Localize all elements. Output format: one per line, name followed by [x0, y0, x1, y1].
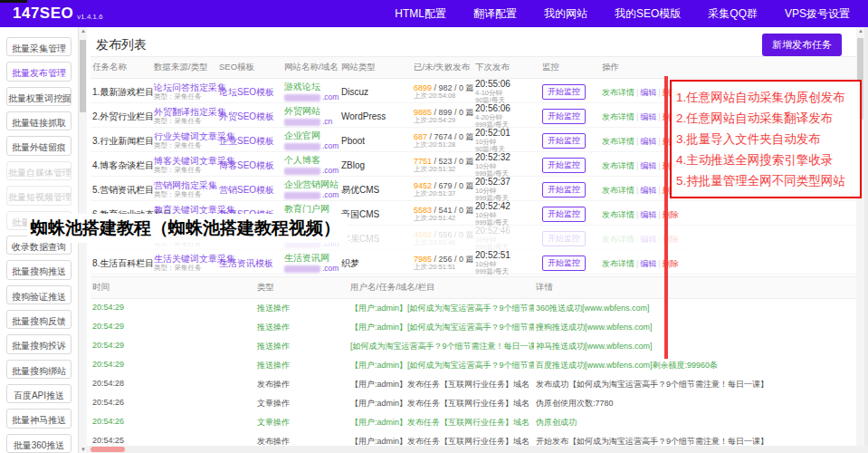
log-content: 【用户:admin】发布任务【互联网行业任务】域名【.com】栏目【互联网引流】 — [348, 379, 534, 390]
start-monitor-button[interactable]: 开始监控 — [542, 255, 586, 270]
main-scroll-up-icon[interactable]: ▲ — [856, 28, 865, 34]
template-link[interactable]: 生活资讯模板 — [219, 258, 281, 269]
red-annotation-bar — [664, 76, 668, 359]
publish-detail-link[interactable]: 发布详情 — [602, 112, 634, 121]
sidebar-item-搜狗验证推送[interactable]: 搜狗验证推送 — [6, 285, 72, 304]
sidebar-item-批量外链留痕[interactable]: 批量外链留痕 — [6, 136, 72, 155]
publish-detail-link[interactable]: 发布详情 — [602, 137, 634, 146]
sidebar-item-批量采集管理[interactable]: 批量采集管理 — [6, 37, 72, 56]
log-type: 推送操作 — [255, 303, 348, 314]
publish-detail-link[interactable]: 发布详情 — [602, 259, 634, 268]
pub-col-header-3: SEO模板 — [217, 62, 282, 73]
publish-detail-link[interactable]: 发布详情 — [602, 161, 634, 170]
action-separator: | — [636, 112, 638, 121]
action-separator: | — [636, 259, 638, 268]
start-monitor-button[interactable]: 开始监控 — [542, 158, 586, 172]
top-menu-item-3[interactable]: 我的网站 — [544, 6, 587, 22]
start-monitor-button[interactable]: 开始监控 — [542, 207, 586, 221]
template-link[interactable]: 企业SEO模板 — [219, 136, 281, 147]
sidebar-item-批量链接抓取[interactable]: 批量链接抓取 — [6, 111, 72, 130]
template-link[interactable]: 营销SEO模板 — [219, 185, 281, 196]
start-monitor-button[interactable]: 开始监控 — [542, 182, 586, 197]
actions-cell: 发布详情|编辑|删除 — [600, 136, 670, 147]
sidebar-scrollbar-thumb[interactable] — [80, 40, 86, 112]
action-separator: | — [658, 161, 660, 170]
log-row: 20:54:28发布操作【用户:admin】发布任务【互联网行业任务】域名【.c… — [91, 375, 856, 394]
publish-counts-cell: 7751 / 523 / 0 篇上次:20:51:32 — [412, 157, 473, 174]
edit-link[interactable]: 编辑 — [640, 186, 656, 195]
log-content: 【用户:admin】[如何成为淘宝运营高手？9个细节需注意！每日一课] — [348, 360, 534, 371]
log-time: 20:54:29 — [91, 303, 255, 314]
edit-link[interactable]: 编辑 — [640, 259, 656, 268]
log-col-header-3: 用户名/任务/域名/栏目 — [348, 282, 534, 294]
sidebar-item-批量发布管理[interactable]: 批量发布管理 — [6, 62, 72, 81]
sidebar-item-批量搜狗推送[interactable]: 批量搜狗推送 — [6, 260, 72, 279]
top-menu-item-4[interactable]: 我的SEO模版 — [615, 6, 681, 22]
sidebar-item-批量权重词挖掘[interactable]: 批量权重词挖掘 — [6, 87, 72, 106]
actions-cell: 发布详情|编辑|删除 — [600, 185, 670, 196]
edit-link[interactable]: 编辑 — [640, 137, 656, 146]
horizontal-scrollbar-thumb[interactable] — [91, 447, 125, 452]
edit-link[interactable]: 编辑 — [640, 112, 656, 121]
sidebar-item-批量360推送[interactable]: 批量360推送 — [6, 434, 72, 453]
log-type: 推送操作 — [255, 360, 348, 371]
template-cell: 博客SEO模板 — [217, 160, 282, 171]
sidebar-item-批量神马推送[interactable]: 批量神马推送 — [6, 409, 72, 428]
start-monitor-button[interactable]: 开始监控 — [542, 231, 586, 246]
edit-link[interactable]: 编辑 — [640, 161, 656, 170]
template-link[interactable]: 博客SEO模板 — [219, 160, 281, 171]
edit-link[interactable]: 编辑 — [640, 210, 656, 219]
log-detail: 搜狗推送成功[www.wbfens.com] — [534, 322, 856, 333]
monitor-cell: 开始监控 — [540, 84, 600, 99]
log-table-body: 20:54:29推送操作【用户:admin】[如何成为淘宝运营高手？9个细节需注… — [87, 299, 856, 451]
sidebar-item-百度API推送[interactable]: 百度API推送 — [6, 384, 72, 403]
log-content-text: 【用户:admin】[如何成为淘宝运营高手？9个细节需注意！每日一课] — [350, 304, 534, 313]
top-menu-item-5[interactable]: 采集QQ群 — [708, 6, 758, 22]
template-link[interactable]: 外贸SEO模板 — [219, 111, 281, 122]
log-table-header: 时间类型用户名/任务/域名/栏目详情 — [91, 276, 856, 299]
edit-link[interactable]: 编辑 — [640, 235, 656, 244]
site-domain: .com — [284, 165, 338, 176]
publish-detail-link[interactable]: 发布详情 — [602, 235, 634, 244]
edit-link[interactable]: 编辑 — [640, 88, 656, 97]
next-publish-cell: 20:52:5110分钟999篇/每天 — [473, 250, 540, 276]
domain-suffix: .com — [322, 264, 339, 273]
site-domain: .com — [284, 189, 338, 200]
actions-cell: 发布详情|编辑|删除 — [600, 111, 670, 122]
start-monitor-button[interactable]: 开始监控 — [542, 109, 586, 123]
site-cell: 外贸网站.cn — [282, 106, 339, 127]
new-publish-task-button[interactable]: 新增发布任务 — [762, 34, 842, 56]
horizontal-scrollbar[interactable] — [87, 446, 868, 453]
sidebar-item-批量搜狗投诉[interactable]: 批量搜狗投诉 — [6, 334, 72, 353]
log-content: 【用户:admin】发布任务【互联网行业任务】域名【.com】栏目【互联网引流】 — [348, 417, 534, 429]
next-publish-time: 20:55:06 — [475, 79, 539, 90]
template-link[interactable]: 论坛SEO模板 — [219, 87, 281, 98]
top-menu-item-1[interactable]: HTML配置 — [395, 6, 446, 22]
last-publish-time: 上次:20:51:37 — [414, 190, 472, 198]
log-detail: 神马推送成功[www.wbfens.com] — [534, 341, 856, 352]
site-name: 教育门户网 — [284, 204, 338, 215]
log-content-text: 【用户:admin】发布任务【互联网行业任务】域名【 — [350, 418, 534, 427]
top-menu-item-2[interactable]: 翻译配置 — [473, 6, 517, 22]
monitor-cell: 开始监控 — [540, 133, 600, 148]
top-menu-item-6[interactable]: VPS拨号设置 — [785, 6, 850, 22]
last-publish-time: 上次:20:51:28 — [414, 141, 472, 149]
monitor-cell: 开始监控 — [540, 207, 600, 221]
publish-detail-link[interactable]: 发布详情 — [602, 88, 634, 97]
site-domain: .com — [284, 263, 338, 274]
publish-detail-link[interactable]: 发布详情 — [602, 210, 634, 219]
start-monitor-button[interactable]: 开始监控 — [542, 133, 586, 148]
sidebar-item-批量搜狗反馈[interactable]: 批量搜狗反馈 — [6, 310, 72, 329]
action-separator: | — [658, 259, 660, 268]
pub-col-header-9: 操作 — [600, 62, 670, 73]
source-type-label: 类型：采集任务 — [154, 167, 215, 175]
monitor-cell: 开始监控 — [540, 109, 600, 123]
publish-detail-link[interactable]: 发布详情 — [602, 186, 634, 195]
next-publish-cell: 20:52:3210分钟999篇/每天 — [473, 152, 540, 178]
sidebar-item-批量搜狗绑站[interactable]: 批量搜狗绑站 — [6, 360, 72, 379]
red-annotation-box: 1.任意网站自动采集伪原创发布2.任意网站自动采集翻译发布3.批量导入文件夹自动… — [670, 80, 862, 198]
site-cell: 企业官网.com — [282, 130, 339, 151]
last-publish-time: 上次:20:51:51 — [414, 264, 472, 272]
template-cell: 生活资讯模板 — [217, 258, 282, 269]
start-monitor-button[interactable]: 开始监控 — [542, 84, 586, 99]
